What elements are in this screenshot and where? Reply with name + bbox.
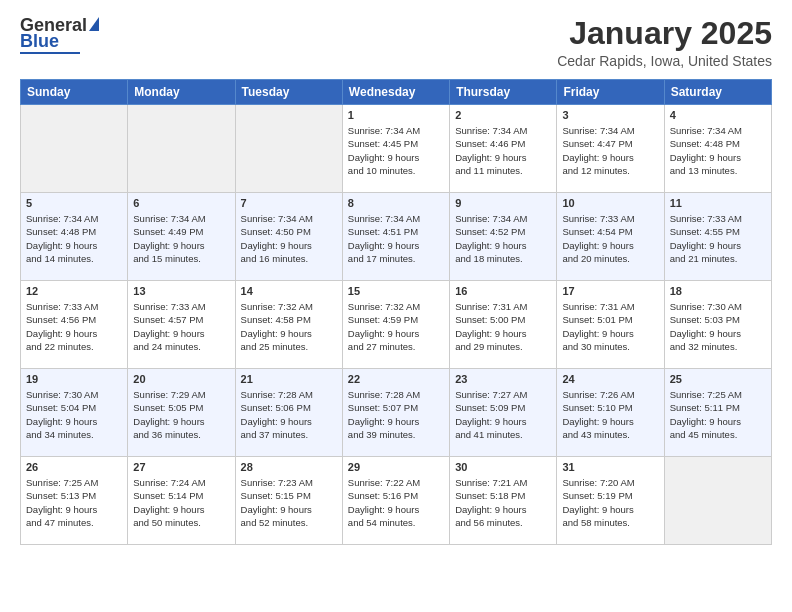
day-number: 20 bbox=[133, 373, 229, 385]
calendar-cell: 22Sunrise: 7:28 AMSunset: 5:07 PMDayligh… bbox=[342, 369, 449, 457]
logo-underline bbox=[20, 52, 80, 54]
day-number: 22 bbox=[348, 373, 444, 385]
calendar-week-row: 12Sunrise: 7:33 AMSunset: 4:56 PMDayligh… bbox=[21, 281, 772, 369]
calendar-cell: 13Sunrise: 7:33 AMSunset: 4:57 PMDayligh… bbox=[128, 281, 235, 369]
day-number: 29 bbox=[348, 461, 444, 473]
weekday-header-wednesday: Wednesday bbox=[342, 80, 449, 105]
day-number: 6 bbox=[133, 197, 229, 209]
calendar-cell: 18Sunrise: 7:30 AMSunset: 5:03 PMDayligh… bbox=[664, 281, 771, 369]
title-block: January 2025 Cedar Rapids, Iowa, United … bbox=[557, 16, 772, 69]
calendar-cell: 14Sunrise: 7:32 AMSunset: 4:58 PMDayligh… bbox=[235, 281, 342, 369]
day-number: 3 bbox=[562, 109, 658, 121]
calendar-cell: 9Sunrise: 7:34 AMSunset: 4:52 PMDaylight… bbox=[450, 193, 557, 281]
calendar-cell: 20Sunrise: 7:29 AMSunset: 5:05 PMDayligh… bbox=[128, 369, 235, 457]
day-number: 4 bbox=[670, 109, 766, 121]
day-info: Sunrise: 7:34 AMSunset: 4:51 PMDaylight:… bbox=[348, 212, 444, 265]
day-info: Sunrise: 7:31 AMSunset: 5:01 PMDaylight:… bbox=[562, 300, 658, 353]
day-info: Sunrise: 7:34 AMSunset: 4:52 PMDaylight:… bbox=[455, 212, 551, 265]
calendar-cell: 27Sunrise: 7:24 AMSunset: 5:14 PMDayligh… bbox=[128, 457, 235, 545]
day-number: 19 bbox=[26, 373, 122, 385]
day-info: Sunrise: 7:34 AMSunset: 4:48 PMDaylight:… bbox=[26, 212, 122, 265]
day-number: 13 bbox=[133, 285, 229, 297]
day-info: Sunrise: 7:34 AMSunset: 4:49 PMDaylight:… bbox=[133, 212, 229, 265]
calendar-cell: 25Sunrise: 7:25 AMSunset: 5:11 PMDayligh… bbox=[664, 369, 771, 457]
day-number: 8 bbox=[348, 197, 444, 209]
calendar-cell: 3Sunrise: 7:34 AMSunset: 4:47 PMDaylight… bbox=[557, 105, 664, 193]
day-info: Sunrise: 7:26 AMSunset: 5:10 PMDaylight:… bbox=[562, 388, 658, 441]
page: General Blue January 2025 Cedar Rapids, … bbox=[0, 0, 792, 612]
calendar-cell: 11Sunrise: 7:33 AMSunset: 4:55 PMDayligh… bbox=[664, 193, 771, 281]
calendar-cell: 28Sunrise: 7:23 AMSunset: 5:15 PMDayligh… bbox=[235, 457, 342, 545]
calendar-cell: 10Sunrise: 7:33 AMSunset: 4:54 PMDayligh… bbox=[557, 193, 664, 281]
day-number: 25 bbox=[670, 373, 766, 385]
day-info: Sunrise: 7:33 AMSunset: 4:56 PMDaylight:… bbox=[26, 300, 122, 353]
day-info: Sunrise: 7:29 AMSunset: 5:05 PMDaylight:… bbox=[133, 388, 229, 441]
day-info: Sunrise: 7:20 AMSunset: 5:19 PMDaylight:… bbox=[562, 476, 658, 529]
calendar-cell: 4Sunrise: 7:34 AMSunset: 4:48 PMDaylight… bbox=[664, 105, 771, 193]
calendar-cell bbox=[21, 105, 128, 193]
calendar-cell: 17Sunrise: 7:31 AMSunset: 5:01 PMDayligh… bbox=[557, 281, 664, 369]
calendar-cell: 30Sunrise: 7:21 AMSunset: 5:18 PMDayligh… bbox=[450, 457, 557, 545]
weekday-header-thursday: Thursday bbox=[450, 80, 557, 105]
day-number: 28 bbox=[241, 461, 337, 473]
day-number: 21 bbox=[241, 373, 337, 385]
calendar-cell: 16Sunrise: 7:31 AMSunset: 5:00 PMDayligh… bbox=[450, 281, 557, 369]
header: General Blue January 2025 Cedar Rapids, … bbox=[20, 16, 772, 69]
day-info: Sunrise: 7:30 AMSunset: 5:04 PMDaylight:… bbox=[26, 388, 122, 441]
weekday-header-friday: Friday bbox=[557, 80, 664, 105]
day-number: 24 bbox=[562, 373, 658, 385]
logo-triangle-icon bbox=[89, 17, 99, 31]
calendar-week-row: 5Sunrise: 7:34 AMSunset: 4:48 PMDaylight… bbox=[21, 193, 772, 281]
day-info: Sunrise: 7:34 AMSunset: 4:50 PMDaylight:… bbox=[241, 212, 337, 265]
day-number: 2 bbox=[455, 109, 551, 121]
calendar-week-row: 1Sunrise: 7:34 AMSunset: 4:45 PMDaylight… bbox=[21, 105, 772, 193]
day-number: 16 bbox=[455, 285, 551, 297]
calendar-week-row: 26Sunrise: 7:25 AMSunset: 5:13 PMDayligh… bbox=[21, 457, 772, 545]
day-info: Sunrise: 7:33 AMSunset: 4:55 PMDaylight:… bbox=[670, 212, 766, 265]
calendar-cell: 26Sunrise: 7:25 AMSunset: 5:13 PMDayligh… bbox=[21, 457, 128, 545]
location-title: Cedar Rapids, Iowa, United States bbox=[557, 53, 772, 69]
day-info: Sunrise: 7:33 AMSunset: 4:57 PMDaylight:… bbox=[133, 300, 229, 353]
day-number: 12 bbox=[26, 285, 122, 297]
day-info: Sunrise: 7:23 AMSunset: 5:15 PMDaylight:… bbox=[241, 476, 337, 529]
day-number: 18 bbox=[670, 285, 766, 297]
weekday-header-row: SundayMondayTuesdayWednesdayThursdayFrid… bbox=[21, 80, 772, 105]
logo: General Blue bbox=[20, 16, 99, 54]
day-info: Sunrise: 7:32 AMSunset: 4:59 PMDaylight:… bbox=[348, 300, 444, 353]
calendar-cell: 5Sunrise: 7:34 AMSunset: 4:48 PMDaylight… bbox=[21, 193, 128, 281]
day-info: Sunrise: 7:25 AMSunset: 5:13 PMDaylight:… bbox=[26, 476, 122, 529]
month-title: January 2025 bbox=[557, 16, 772, 51]
weekday-header-sunday: Sunday bbox=[21, 80, 128, 105]
day-info: Sunrise: 7:34 AMSunset: 4:47 PMDaylight:… bbox=[562, 124, 658, 177]
day-info: Sunrise: 7:22 AMSunset: 5:16 PMDaylight:… bbox=[348, 476, 444, 529]
calendar-cell bbox=[235, 105, 342, 193]
day-info: Sunrise: 7:33 AMSunset: 4:54 PMDaylight:… bbox=[562, 212, 658, 265]
calendar-cell: 12Sunrise: 7:33 AMSunset: 4:56 PMDayligh… bbox=[21, 281, 128, 369]
day-number: 30 bbox=[455, 461, 551, 473]
day-number: 27 bbox=[133, 461, 229, 473]
calendar-cell: 23Sunrise: 7:27 AMSunset: 5:09 PMDayligh… bbox=[450, 369, 557, 457]
calendar-cell bbox=[128, 105, 235, 193]
day-info: Sunrise: 7:25 AMSunset: 5:11 PMDaylight:… bbox=[670, 388, 766, 441]
weekday-header-saturday: Saturday bbox=[664, 80, 771, 105]
day-info: Sunrise: 7:31 AMSunset: 5:00 PMDaylight:… bbox=[455, 300, 551, 353]
calendar-cell: 7Sunrise: 7:34 AMSunset: 4:50 PMDaylight… bbox=[235, 193, 342, 281]
day-number: 15 bbox=[348, 285, 444, 297]
day-info: Sunrise: 7:34 AMSunset: 4:46 PMDaylight:… bbox=[455, 124, 551, 177]
day-number: 10 bbox=[562, 197, 658, 209]
day-info: Sunrise: 7:34 AMSunset: 4:48 PMDaylight:… bbox=[670, 124, 766, 177]
day-number: 1 bbox=[348, 109, 444, 121]
day-number: 5 bbox=[26, 197, 122, 209]
day-number: 7 bbox=[241, 197, 337, 209]
calendar-cell: 19Sunrise: 7:30 AMSunset: 5:04 PMDayligh… bbox=[21, 369, 128, 457]
day-info: Sunrise: 7:32 AMSunset: 4:58 PMDaylight:… bbox=[241, 300, 337, 353]
calendar-week-row: 19Sunrise: 7:30 AMSunset: 5:04 PMDayligh… bbox=[21, 369, 772, 457]
day-info: Sunrise: 7:24 AMSunset: 5:14 PMDaylight:… bbox=[133, 476, 229, 529]
day-number: 26 bbox=[26, 461, 122, 473]
day-number: 23 bbox=[455, 373, 551, 385]
calendar-table: SundayMondayTuesdayWednesdayThursdayFrid… bbox=[20, 79, 772, 545]
calendar-cell: 2Sunrise: 7:34 AMSunset: 4:46 PMDaylight… bbox=[450, 105, 557, 193]
calendar-cell: 21Sunrise: 7:28 AMSunset: 5:06 PMDayligh… bbox=[235, 369, 342, 457]
day-number: 17 bbox=[562, 285, 658, 297]
weekday-header-monday: Monday bbox=[128, 80, 235, 105]
